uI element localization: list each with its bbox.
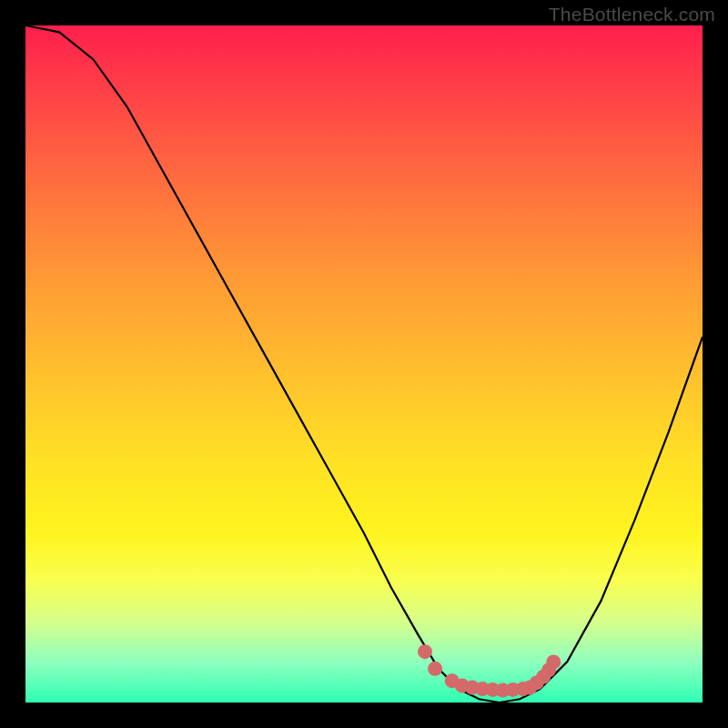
chart-background xyxy=(25,25,703,703)
watermark: TheBottleneck.com xyxy=(549,4,715,25)
